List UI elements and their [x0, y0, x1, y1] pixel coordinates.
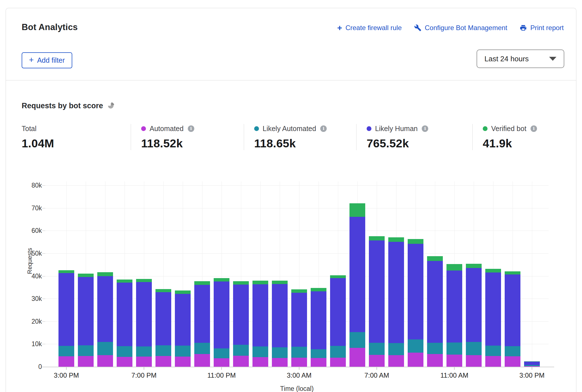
bar-segment-likely-human[interactable] — [349, 217, 365, 332]
bar-segment-likely-automated[interactable] — [408, 339, 423, 353]
stacked-bar-2-00-pm[interactable] — [505, 271, 520, 367]
bar-segment-likely-automated[interactable] — [485, 346, 501, 356]
bar-segment-automated[interactable] — [330, 358, 346, 367]
bar-segment-automated[interactable] — [427, 354, 443, 367]
bar-segment-likely-automated[interactable] — [97, 342, 113, 355]
bar-segment-likely-automated[interactable] — [446, 343, 462, 355]
stacked-bar-5-00-am[interactable] — [330, 275, 346, 367]
stacked-bar-3-00-pm[interactable] — [58, 270, 74, 367]
stacked-bar-2-00-am[interactable] — [272, 281, 288, 367]
bar-segment-likely-human[interactable] — [524, 362, 540, 365]
bar-segment-likely-human[interactable] — [408, 244, 423, 339]
bar-segment-verified-bot[interactable] — [311, 288, 326, 291]
bar-segment-likely-automated[interactable] — [175, 346, 191, 357]
configure-bot-management-link[interactable]: Configure Bot Management — [414, 24, 507, 32]
bar-segment-likely-human[interactable] — [117, 283, 132, 346]
bar-segment-likely-human[interactable] — [446, 271, 462, 343]
bar-segment-automated[interactable] — [446, 355, 462, 367]
bar-segment-likely-human[interactable] — [233, 285, 249, 345]
bar-segment-verified-bot[interactable] — [252, 281, 268, 284]
bar-segment-likely-human[interactable] — [272, 284, 288, 347]
bar-segment-automated[interactable] — [252, 357, 268, 367]
bar-segment-verified-bot[interactable] — [349, 203, 365, 217]
bar-segment-automated[interactable] — [78, 356, 94, 367]
bar-segment-automated[interactable] — [311, 358, 326, 367]
bar-segment-likely-automated[interactable] — [252, 346, 268, 357]
bar-segment-likely-automated[interactable] — [466, 342, 482, 355]
bar-segment-automated[interactable] — [408, 353, 423, 367]
bar-segment-automated[interactable] — [155, 356, 171, 367]
bar-segment-likely-automated[interactable] — [369, 343, 385, 355]
bar-segment-verified-bot[interactable] — [175, 290, 191, 294]
bar-segment-likely-human[interactable] — [78, 277, 94, 345]
bar-segment-likely-automated[interactable] — [388, 343, 404, 355]
bar-segment-likely-human[interactable] — [97, 276, 113, 342]
bar-segment-automated[interactable] — [349, 348, 365, 367]
stacked-bar-12-00-am[interactable] — [233, 281, 249, 367]
bar-segment-likely-human[interactable] — [214, 281, 229, 348]
bar-segment-verified-bot[interactable] — [388, 237, 404, 242]
bar-segment-verified-bot[interactable] — [485, 269, 501, 272]
bar-segment-verified-bot[interactable] — [369, 236, 385, 240]
bar-segment-automated[interactable] — [175, 357, 191, 367]
bar-segment-likely-human[interactable] — [311, 291, 326, 349]
bar-segment-likely-automated[interactable] — [349, 332, 365, 348]
stacked-bar-3-00-am[interactable] — [291, 289, 307, 367]
stacked-bar-4-00-pm[interactable] — [78, 274, 94, 367]
stacked-bar-12-00-pm[interactable] — [466, 264, 482, 367]
stacked-bar-9-00-pm[interactable] — [175, 290, 191, 367]
stacked-bar-10-00-am[interactable] — [427, 256, 443, 367]
stacked-bar-8-00-pm[interactable] — [155, 289, 171, 367]
bar-segment-verified-bot[interactable] — [233, 281, 249, 284]
bar-segment-likely-automated[interactable] — [233, 345, 249, 356]
bar-segment-likely-human[interactable] — [485, 272, 501, 346]
info-icon[interactable]: i — [188, 125, 194, 132]
print-report-link[interactable]: Print report — [520, 24, 564, 32]
info-icon[interactable]: i — [320, 125, 327, 132]
bar-segment-verified-bot[interactable] — [330, 275, 346, 278]
bar-segment-verified-bot[interactable] — [272, 281, 288, 284]
bar-segment-likely-automated[interactable] — [194, 343, 210, 354]
bar-segment-likely-automated[interactable] — [291, 347, 307, 358]
stacked-bar-4-00-am[interactable] — [311, 288, 326, 367]
bar-segment-verified-bot[interactable] — [97, 272, 113, 276]
stacked-bar-11-00-pm[interactable] — [214, 278, 229, 367]
bar-segment-automated[interactable] — [485, 356, 501, 367]
bar-segment-likely-human[interactable] — [136, 282, 152, 346]
bar-segment-automated[interactable] — [505, 356, 520, 367]
stacked-bar-5-00-pm[interactable] — [97, 272, 113, 367]
bar-segment-likely-human[interactable] — [388, 242, 404, 343]
bar-segment-verified-bot[interactable] — [408, 239, 423, 244]
bar-segment-likely-human[interactable] — [369, 240, 385, 343]
bar-segment-verified-bot[interactable] — [427, 256, 443, 261]
stacked-bar-6-00-pm[interactable] — [117, 280, 132, 367]
bar-segment-verified-bot[interactable] — [291, 289, 307, 293]
bar-segment-likely-automated[interactable] — [505, 346, 520, 356]
bar-segment-likely-automated[interactable] — [155, 345, 171, 356]
bar-segment-likely-human[interactable] — [505, 274, 520, 346]
info-icon[interactable]: i — [531, 125, 537, 132]
bar-segment-likely-human[interactable] — [175, 294, 191, 346]
bar-segment-likely-automated[interactable] — [78, 345, 94, 356]
bar-segment-automated[interactable] — [136, 357, 152, 367]
bar-segment-likely-human[interactable] — [252, 284, 268, 347]
bar-segment-automated[interactable] — [97, 355, 113, 367]
create-firewall-rule-link[interactable]: + Create firewall rule — [337, 24, 402, 32]
stacked-bar-9-00-am[interactable] — [408, 239, 423, 367]
bar-segment-likely-automated[interactable] — [311, 349, 326, 358]
bar-segment-automated[interactable] — [194, 354, 210, 367]
bar-segment-automated[interactable] — [214, 358, 229, 367]
bar-segment-likely-automated[interactable] — [136, 346, 152, 357]
bar-segment-verified-bot[interactable] — [194, 281, 210, 285]
bar-segment-likely-human[interactable] — [291, 293, 307, 347]
bar-segment-likely-automated[interactable] — [272, 347, 288, 358]
stacked-bar-6-00-am[interactable] — [349, 203, 365, 367]
bar-segment-automated[interactable] — [117, 357, 132, 367]
bar-segment-verified-bot[interactable] — [78, 274, 94, 277]
stacked-bar-11-00-am[interactable] — [446, 264, 462, 367]
bar-segment-automated[interactable] — [466, 355, 482, 367]
bar-segment-verified-bot[interactable] — [136, 279, 152, 282]
bar-segment-likely-human[interactable] — [58, 273, 74, 346]
bar-segment-verified-bot[interactable] — [155, 289, 171, 292]
bar-segment-verified-bot[interactable] — [58, 270, 74, 273]
